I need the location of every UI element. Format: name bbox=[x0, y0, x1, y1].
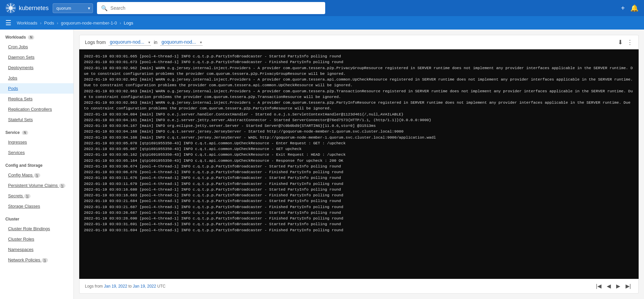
add-button[interactable]: + bbox=[621, 4, 625, 12]
app-name: kubernetes bbox=[19, 5, 49, 12]
pod-selector[interactable]: goquorum-nod... bbox=[108, 39, 151, 46]
pagination-next-button[interactable]: ▶ bbox=[614, 282, 622, 291]
sidebar-item-cron-jobs[interactable]: Cron Jobs bbox=[0, 42, 73, 52]
breadcrumb-pod-name[interactable]: goquorum-node-member-1-0 bbox=[61, 20, 117, 26]
sidebar-item-replica-sets[interactable]: Replica Sets bbox=[0, 94, 73, 104]
breadcrumb-workloads[interactable]: Workloads bbox=[17, 20, 37, 26]
topbar-actions: + 🔔 bbox=[621, 4, 639, 12]
sidebar-item-config-maps[interactable]: Config Maps N bbox=[0, 170, 73, 180]
logs-from-label: Logs from bbox=[85, 40, 106, 45]
logs-pagination: |◀ ◀ ▶ ▶| bbox=[594, 282, 633, 291]
search-input[interactable] bbox=[110, 5, 321, 11]
sidebar-item-storage-classes[interactable]: Storage Classes bbox=[0, 201, 73, 211]
config-maps-badge: N bbox=[34, 173, 40, 178]
search-bar[interactable]: 🔍 bbox=[97, 2, 325, 14]
breadcrumb-bar: ☰ Workloads › Pods › goquorum-node-membe… bbox=[0, 16, 644, 30]
pod-selector-wrapper: goquorum-nod... bbox=[108, 39, 151, 46]
pagination-prev-button[interactable]: ◀ bbox=[605, 282, 613, 291]
sidebar-item-cluster-role-bindings[interactable]: Cluster Role Bindings bbox=[0, 223, 73, 234]
cluster-selector-wrapper: quorum bbox=[53, 3, 93, 13]
more-options-button[interactable]: ⋮ bbox=[627, 39, 633, 46]
breadcrumb-pods[interactable]: Pods bbox=[44, 20, 54, 26]
sidebar-section-service: Service N bbox=[0, 125, 73, 137]
logs-header-actions: ⬇ ⋮ bbox=[618, 39, 633, 46]
sidebar-item-ingresses[interactable]: Ingresses bbox=[0, 137, 73, 147]
sidebar-item-cluster-roles[interactable]: Cluster Roles bbox=[0, 234, 73, 244]
secrets-badge: N bbox=[24, 194, 31, 198]
main-layout: Workloads N Cron Jobs Daemon Sets Deploy… bbox=[0, 30, 644, 299]
sidebar-item-namespaces[interactable]: Namespaces bbox=[0, 244, 73, 255]
kubernetes-logo-icon bbox=[5, 3, 16, 13]
search-icon: 🔍 bbox=[101, 5, 108, 11]
sidebar-item-replication-controllers[interactable]: Replication Controllers bbox=[0, 104, 73, 114]
main-content: Logs from goquorum-nod... in goquorum-no… bbox=[74, 30, 644, 299]
container-selector-wrapper: goquorum-nod... bbox=[160, 39, 203, 46]
hamburger-menu-icon[interactable]: ☰ bbox=[5, 19, 11, 27]
sidebar-item-stateful-sets[interactable]: Stateful Sets bbox=[0, 114, 73, 125]
sidebar-item-pods[interactable]: Pods bbox=[0, 83, 73, 94]
sidebar-item-secrets[interactable]: Secrets N bbox=[0, 191, 73, 201]
sidebar-section-cluster: Cluster bbox=[0, 211, 73, 223]
network-policies-badge: N bbox=[42, 258, 48, 262]
sidebar-item-deployments[interactable]: Deployments bbox=[0, 62, 73, 73]
sidebar-item-network-policies[interactable]: Network Policies N bbox=[0, 255, 73, 265]
logs-in-label: in bbox=[154, 40, 157, 45]
logs-date-to-link[interactable]: Jan 19, 2022 bbox=[133, 284, 156, 289]
download-logs-button[interactable]: ⬇ bbox=[618, 39, 623, 46]
container-selector[interactable]: goquorum-nod... bbox=[160, 39, 203, 46]
logs-footer: Logs from Jan 19, 2022 to Jan 19, 2022 U… bbox=[79, 279, 639, 294]
sidebar-item-services[interactable]: Services bbox=[0, 147, 73, 158]
pagination-last-button[interactable]: ▶| bbox=[624, 282, 633, 291]
topbar: kubernetes quorum 🔍 + 🔔 bbox=[0, 0, 644, 16]
workloads-badge: N bbox=[28, 35, 34, 40]
logs-date-from-link[interactable]: Jan 19, 2022 bbox=[104, 284, 127, 289]
breadcrumb-sep-1: › bbox=[40, 20, 41, 26]
pagination-first-button[interactable]: |◀ bbox=[594, 282, 603, 291]
breadcrumb-sep-2: › bbox=[57, 20, 58, 26]
pvc-badge: N bbox=[59, 184, 65, 188]
log-terminal[interactable]: 2022-01-19 03:03:01.665 [pool-4-thread-1… bbox=[79, 49, 639, 279]
notification-bell-button[interactable]: 🔔 bbox=[630, 4, 639, 12]
cluster-selector[interactable]: quorum bbox=[53, 3, 93, 13]
breadcrumb-logs: Logs bbox=[124, 20, 133, 26]
sidebar-item-jobs[interactable]: Jobs bbox=[0, 73, 73, 83]
breadcrumb-sep-3: › bbox=[119, 20, 121, 26]
logs-header: Logs from goquorum-nod... in goquorum-no… bbox=[79, 35, 639, 49]
logs-date-range: Logs from Jan 19, 2022 to Jan 19, 2022 U… bbox=[85, 284, 165, 289]
sidebar: Workloads N Cron Jobs Daemon Sets Deploy… bbox=[0, 30, 74, 299]
service-badge: N bbox=[22, 131, 28, 135]
svg-point-1 bbox=[9, 6, 13, 10]
app-logo[interactable]: kubernetes bbox=[5, 3, 49, 13]
sidebar-section-config: Config and Storage bbox=[0, 158, 73, 170]
sidebar-item-daemon-sets[interactable]: Daemon Sets bbox=[0, 52, 73, 62]
sidebar-item-persistent-volume-claims[interactable]: Persistent Volume Claims N bbox=[0, 180, 73, 191]
sidebar-section-workloads: Workloads N bbox=[0, 30, 73, 42]
